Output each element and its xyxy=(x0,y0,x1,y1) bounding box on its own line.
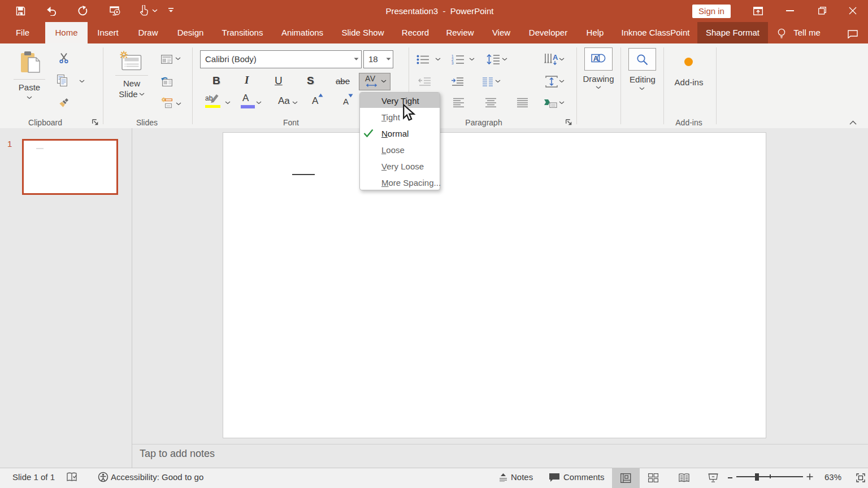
svg-text:3: 3 xyxy=(452,61,454,65)
svg-text:A: A xyxy=(553,53,558,62)
